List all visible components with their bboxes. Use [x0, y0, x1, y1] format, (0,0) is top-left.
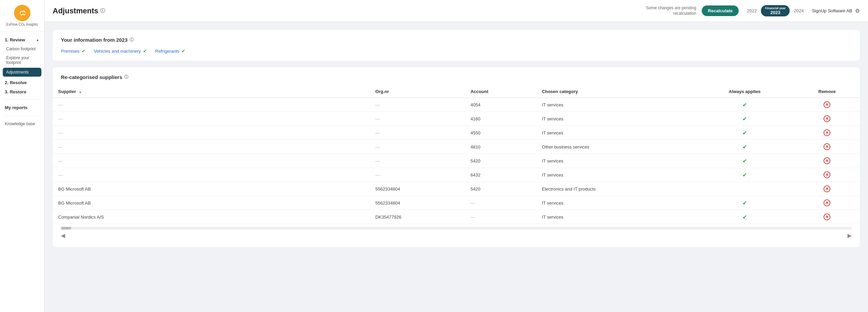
cell-always-4: ✔: [695, 154, 794, 168]
cell-account-5: 6432: [465, 168, 536, 182]
cell-remove-8: ✕: [794, 210, 860, 224]
sort-icon-supplier: ▲: [79, 90, 82, 94]
scroll-right-icon[interactable]: ▶: [847, 232, 852, 239]
cell-supplier-7: BG Microsoft AB: [53, 196, 370, 210]
cell-remove-2: ✕: [794, 126, 860, 140]
sidebar-nav: 1. Review ▲ Carbon footprint Explore you…: [0, 32, 44, 312]
cell-always-2: ✔: [695, 126, 794, 140]
cell-category-2: IT services: [536, 126, 695, 140]
sidebar-item-explore-footprint[interactable]: Explore your footprint: [0, 53, 44, 67]
cell-category-7: IT services: [536, 196, 695, 210]
cell-account-0: 4054: [465, 98, 536, 112]
remove-button-5[interactable]: ✕: [824, 171, 830, 178]
premises-link[interactable]: Premises ✔: [61, 48, 86, 54]
settings-icon[interactable]: ⚙: [855, 8, 860, 14]
sidebar-section-resolve[interactable]: 2. Resolve: [0, 78, 44, 87]
chevron-up-icon: ▲: [36, 38, 39, 42]
cell-category-6: Electronics and IT products: [536, 182, 695, 196]
info-section-info-icon: ⓘ: [130, 37, 134, 43]
sidebar-section-review-label: 1. Review: [5, 37, 25, 42]
always-applies-check-icon: ✔: [742, 172, 747, 178]
header-right: Some changes are pending recalculation R…: [646, 5, 860, 16]
cell-category-1: IT services: [536, 112, 695, 126]
cell-org-1: —: [370, 112, 465, 126]
year-2024-button[interactable]: 2024: [791, 7, 806, 15]
cell-always-5: ✔: [695, 168, 794, 182]
cell-org-8: DK35477926: [370, 210, 465, 224]
sidebar-item-adjustments[interactable]: Adjustments: [3, 68, 41, 77]
table-row: — — 4160 IT services ✔ ✕: [53, 112, 860, 126]
main-area: Adjustments ⓘ Some changes are pending r…: [44, 0, 868, 312]
cell-org-3: —: [370, 140, 465, 154]
cell-supplier-3: —: [53, 140, 370, 154]
user-area: SignUp Software AB ⚙: [812, 8, 860, 14]
horizontal-scrollbar[interactable]: [61, 227, 852, 230]
cell-remove-5: ✕: [794, 168, 860, 182]
cell-always-0: ✔: [695, 98, 794, 112]
pending-status: Some changes are pending recalculation: [646, 5, 696, 16]
cell-remove-6: ✕: [794, 182, 860, 196]
sidebar-section-restore[interactable]: 3. Restore: [0, 87, 44, 96]
cell-remove-3: ✕: [794, 140, 860, 154]
always-applies-check-icon: ✔: [742, 158, 747, 164]
remove-button-7[interactable]: ✕: [824, 199, 830, 206]
scroll-left-icon[interactable]: ◀: [61, 232, 65, 239]
table-row: — — 5420 IT services ✔ ✕: [53, 154, 860, 168]
refrigerants-check-icon: ✔: [181, 48, 185, 54]
cell-category-8: IT services: [536, 210, 695, 224]
table-row: — — 4054 IT services ✔ ✕: [53, 98, 860, 112]
cell-always-3: ✔: [695, 140, 794, 154]
sidebar-item-my-reports[interactable]: My reports: [0, 102, 44, 113]
sidebar-item-knowledge-base[interactable]: Knowledge base: [0, 119, 44, 129]
cell-category-3: Other business services: [536, 140, 695, 154]
sidebar-section-review[interactable]: 1. Review ▲: [0, 35, 44, 44]
cell-account-7: —: [465, 196, 536, 210]
cell-always-1: ✔: [695, 112, 794, 126]
table-row: — — 4550 IT services ✔ ✕: [53, 126, 860, 140]
cell-always-8: ✔: [695, 210, 794, 224]
cell-supplier-1: —: [53, 112, 370, 126]
cell-remove-1: ✕: [794, 112, 860, 126]
content-area: Your information from 2023 ⓘ Premises ✔ …: [44, 22, 868, 312]
logo-label: ExFlow CO₂ Insights: [7, 23, 38, 27]
remove-button-8[interactable]: ✕: [824, 213, 830, 220]
user-name: SignUp Software AB: [812, 8, 852, 13]
th-always-applies: Always applies: [695, 86, 794, 98]
refrigerants-link[interactable]: Refrigerants ✔: [155, 48, 186, 54]
remove-button-1[interactable]: ✕: [824, 115, 830, 122]
table-section: Re-categorised suppliers ⓘ Supplier ▲ Or…: [53, 67, 860, 247]
remove-button-6[interactable]: ✕: [824, 185, 830, 192]
table-title: Re-categorised suppliers ⓘ: [53, 74, 860, 86]
sidebar-section-restore-label: 3. Restore: [5, 89, 26, 94]
header: Adjustments ⓘ Some changes are pending r…: [44, 0, 868, 22]
table-row: — — 4810 Other business services ✔ ✕: [53, 140, 860, 154]
logo-area: ExFlow CO₂ Insights: [0, 0, 44, 32]
cell-account-3: 4810: [465, 140, 536, 154]
cell-remove-7: ✕: [794, 196, 860, 210]
th-org: Org.nr: [370, 86, 465, 98]
scrollbar-thumb: [61, 227, 71, 230]
remove-button-0[interactable]: ✕: [824, 101, 830, 108]
always-applies-check-icon: ✔: [742, 200, 747, 206]
premises-check-icon: ✔: [81, 48, 86, 54]
sidebar-item-carbon-footprint[interactable]: Carbon footprint: [0, 44, 44, 53]
remove-button-2[interactable]: ✕: [824, 129, 830, 136]
year-selector: 2022 Financial year 2023 2024: [744, 5, 806, 16]
year-2022-button[interactable]: 2022: [744, 7, 760, 15]
table-info-icon: ⓘ: [124, 74, 128, 80]
logo-icon: [14, 5, 30, 21]
vehicles-check-icon: ✔: [143, 48, 147, 54]
active-year-display: Financial year 2023: [761, 5, 790, 16]
recalculate-button[interactable]: Recalculate: [702, 5, 739, 16]
remove-button-3[interactable]: ✕: [824, 143, 830, 150]
vehicles-link[interactable]: Vehicles and machinery ✔: [94, 48, 147, 54]
cell-account-2: 4550: [465, 126, 536, 140]
th-remove: Remove: [794, 86, 860, 98]
svg-point-0: [17, 8, 28, 18]
remove-button-4[interactable]: ✕: [824, 157, 830, 164]
info-section: Your information from 2023 ⓘ Premises ✔ …: [53, 30, 860, 61]
table-header-row: Supplier ▲ Org.nr Account Chosen categor…: [53, 86, 860, 98]
divider-1: [5, 99, 39, 100]
th-supplier[interactable]: Supplier ▲: [53, 86, 370, 98]
table-row: BG Microsoft AB 5562334804 — IT services…: [53, 196, 860, 210]
